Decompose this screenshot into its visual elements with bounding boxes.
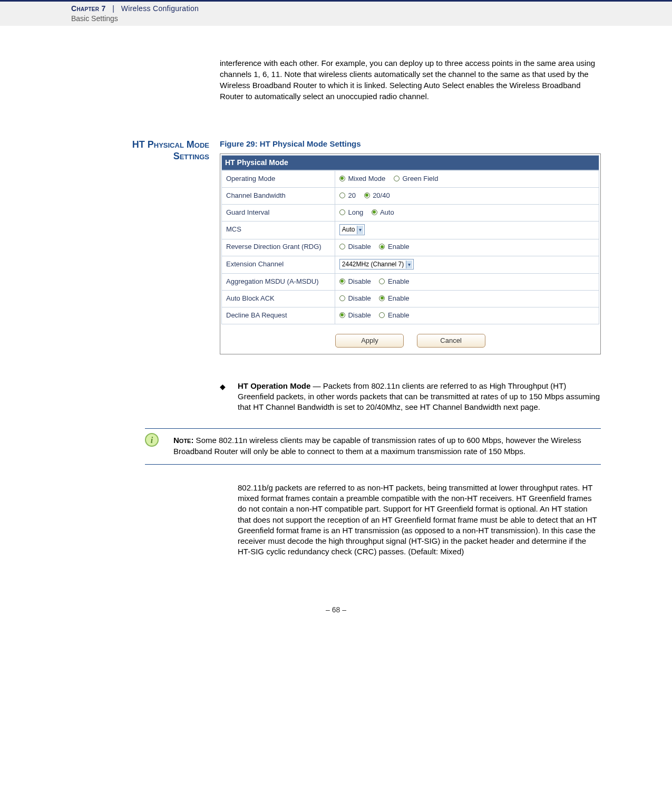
radio-green-field[interactable] — [394, 176, 400, 181]
row-ext-channel: Extension Channel 2442MHz (Channel 7)▾ — [222, 256, 599, 274]
radio-gi-auto[interactable] — [372, 209, 377, 215]
row-operating-mode: Operating Mode Mixed Mode Green Field — [222, 170, 599, 187]
select-ext-channel-value: 2442MHz (Channel 7) — [342, 261, 404, 268]
cancel-button[interactable]: Cancel — [417, 334, 485, 348]
radio-label-rdg-enable: Enable — [388, 243, 409, 251]
radio-amsdu-disable[interactable] — [339, 278, 345, 284]
page-header: Chapter 7 | Wireless Configuration Basic… — [0, 0, 672, 26]
button-row: Apply Cancel — [221, 324, 599, 353]
radio-label-2040: 20/40 — [373, 191, 390, 199]
note-label: Note: — [173, 436, 193, 445]
note-body: Some 802.11n wireless clients may be cap… — [173, 436, 581, 455]
bullet-ht-operation: ◆ HT Operation Mode — Packets from 802.1… — [220, 381, 601, 413]
control-auto-block-ack: Disable Enable — [335, 291, 599, 307]
label-decline-ba: Decline BA Request — [222, 307, 335, 324]
control-channel-bw: 20 20/40 — [335, 187, 599, 204]
control-ext-channel: 2442MHz (Channel 7)▾ — [335, 256, 599, 274]
radio-amsdu-enable[interactable] — [379, 278, 385, 284]
separator: | — [112, 4, 114, 13]
radio-label-mixed: Mixed Mode — [348, 175, 385, 182]
bullet-text: HT Operation Mode — Packets from 802.11n… — [238, 381, 601, 413]
select-mcs[interactable]: Auto▾ — [339, 224, 365, 235]
chapter-subtitle: Basic Settings — [71, 14, 672, 24]
row-decline-ba: Decline BA Request Disable Enable — [222, 307, 599, 324]
label-operating-mode: Operating Mode — [222, 170, 335, 187]
label-auto-block-ack: Auto Block ACK — [222, 291, 335, 307]
radio-label-dba-disable: Disable — [348, 311, 371, 319]
radio-label-aba-enable: Enable — [388, 294, 409, 302]
label-guard-interval: Guard Interval — [222, 204, 335, 221]
select-mcs-value: Auto — [342, 226, 355, 233]
radio-label-dba-enable: Enable — [388, 311, 409, 319]
radio-label-20: 20 — [348, 191, 355, 199]
row-guard-interval: Guard Interval Long Auto — [222, 204, 599, 221]
radio-rdg-enable[interactable] — [379, 244, 385, 249]
ht-settings-panel: HT Physical Mode Operating Mode Mixed Mo… — [220, 153, 601, 354]
chapter-title: Wireless Configuration — [121, 4, 199, 13]
figure-caption: Figure 29: HT Physical Mode Settings — [220, 139, 601, 149]
radio-label-amsdu-enable: Enable — [388, 277, 409, 285]
chapter-label: Chapter — [71, 4, 99, 13]
control-rdg: Disable Enable — [335, 239, 599, 256]
chevron-down-icon: ▾ — [357, 226, 363, 234]
radio-gi-long[interactable] — [339, 209, 345, 215]
note-block: i Note: Some 802.11n wireless clients ma… — [145, 428, 601, 465]
control-operating-mode: Mixed Mode Green Field — [335, 170, 599, 187]
control-amsdu: Disable Enable — [335, 274, 599, 291]
label-amsdu: Aggregation MSDU (A-MSDU) — [222, 274, 335, 291]
radio-rdg-disable[interactable] — [339, 244, 345, 249]
radio-label-amsdu-disable: Disable — [348, 277, 371, 285]
chapter-line: Chapter 7 | Wireless Configuration — [71, 4, 672, 14]
ht-panel-title: HT Physical Mode — [221, 155, 599, 170]
radio-dba-enable[interactable] — [379, 312, 385, 318]
after-note-paragraph: 802.11b/g packets are referred to as non… — [238, 483, 601, 557]
ht-settings-table: Operating Mode Mixed Mode Green Field Ch… — [221, 170, 599, 324]
radio-dba-disable[interactable] — [339, 312, 345, 318]
select-ext-channel[interactable]: 2442MHz (Channel 7)▾ — [339, 259, 414, 270]
ht-section: HT Physical Mode Settings Figure 29: HT … — [71, 139, 601, 381]
label-ext-channel: Extension Channel — [222, 256, 335, 274]
row-auto-block-ack: Auto Block ACK Disable Enable — [222, 291, 599, 307]
row-amsdu: Aggregation MSDU (A-MSDU) Disable Enable — [222, 274, 599, 291]
radio-label-green: Green Field — [402, 175, 438, 182]
bullet-title: HT Operation Mode — [238, 381, 310, 390]
apply-button[interactable]: Apply — [335, 334, 404, 348]
radio-label-rdg-disable: Disable — [348, 243, 371, 251]
ht-section-heading: HT Physical Mode Settings — [71, 139, 220, 162]
chapter-number: 7 — [102, 4, 106, 13]
note-text: Note: Some 802.11n wireless clients may … — [173, 435, 601, 457]
radio-mixed-mode[interactable] — [339, 176, 345, 181]
row-channel-bw: Channel Bandwidth 20 20/40 — [222, 187, 599, 204]
info-icon: i — [145, 433, 159, 447]
label-channel-bw: Channel Bandwidth — [222, 187, 335, 204]
row-rdg: Reverse Direction Grant (RDG) Disable En… — [222, 239, 599, 256]
row-mcs: MCS Auto▾ — [222, 221, 599, 239]
page-footer: – 68 – — [0, 584, 672, 615]
intro-paragraph: interference with each other. For exampl… — [220, 57, 601, 102]
radio-aba-disable[interactable] — [339, 295, 345, 301]
radio-label-long: Long — [348, 208, 363, 216]
label-rdg: Reverse Direction Grant (RDG) — [222, 239, 335, 256]
radio-label-aba-disable: Disable — [348, 294, 371, 302]
bullet-diamond-icon: ◆ — [220, 381, 238, 413]
radio-aba-enable[interactable] — [379, 295, 385, 301]
label-mcs: MCS — [222, 221, 335, 239]
control-decline-ba: Disable Enable — [335, 307, 599, 324]
chevron-down-icon: ▾ — [406, 261, 412, 269]
control-guard-interval: Long Auto — [335, 204, 599, 221]
radio-label-auto: Auto — [380, 208, 394, 216]
control-mcs: Auto▾ — [335, 221, 599, 239]
radio-bw-2040[interactable] — [364, 193, 370, 198]
radio-bw-20[interactable] — [339, 193, 345, 198]
